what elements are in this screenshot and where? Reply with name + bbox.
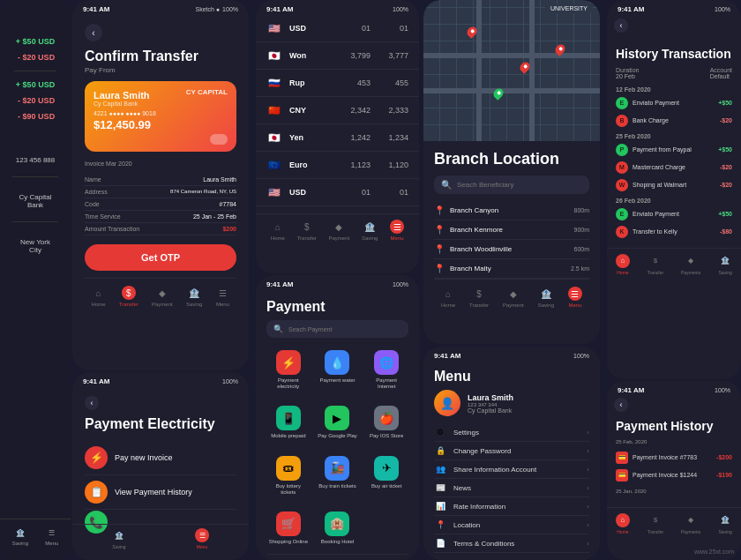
bnav-payment[interactable]: ◆ Payment <box>152 286 173 307</box>
flag-usa1: 🇺🇸 <box>266 20 282 36</box>
saving-icon-3: 🏦 <box>363 220 377 234</box>
detail-name: Name Laura Smith <box>85 174 236 186</box>
pay-hist-nav-saving[interactable]: 🏦 Saving <box>718 513 732 534</box>
menu-item-password[interactable]: 🔒 Change Password › <box>434 442 589 460</box>
tx-icon-2: B <box>616 115 628 127</box>
card-logo: CY CAPITAL <box>186 88 228 96</box>
menu-item-terms[interactable]: 📄 Terms & Conditions › <box>434 534 589 553</box>
currency-row-euro[interactable]: 🇪🇺 Euro 1,123 1,120 <box>256 152 419 179</box>
pay-hist-back-btn[interactable]: ‹ <box>614 398 628 412</box>
elec-back-btn[interactable]: ‹ <box>85 396 99 410</box>
pin-icon-3: 📍 <box>434 244 445 254</box>
nav-saving[interactable]: 🏦 Saving <box>12 526 28 546</box>
branch-nav-transfer[interactable]: $ Transfer <box>469 287 489 308</box>
menu-item-settings[interactable]: ⚙ Settings › <box>434 423 589 442</box>
branch-search-input[interactable]: Seach Beneficiary <box>457 181 582 189</box>
currency-nav-transfer[interactable]: $ Transfer <box>297 220 317 241</box>
menu-icon-3: ☰ <box>390 220 404 234</box>
payment-item-hotel[interactable]: 🏨 Booking Hotel <box>316 506 360 550</box>
lock-icon: 🔒 <box>434 446 446 455</box>
otp-button[interactable]: Get OTP <box>85 244 236 271</box>
currency-row-rup[interactable]: 🇷🇺 Rup 453 455 <box>256 70 419 97</box>
menu-item-rate[interactable]: 📊 Rate Information › <box>434 497 589 516</box>
bnav-transfer[interactable]: $ Transfer <box>119 286 138 307</box>
payment-item-train[interactable]: 🚂 Buy train tickets <box>316 451 360 501</box>
branch-item-woodlinville[interactable]: 📍 Branch Woodlinville 600m <box>434 240 589 259</box>
hist-nav-transfer[interactable]: $ Transfer <box>647 254 663 275</box>
payment-item-mobile[interactable]: 📱 Mobile prepaid <box>266 400 311 444</box>
hist-nav-payments[interactable]: ◆ Payments <box>681 254 700 275</box>
tx-icon-6: E <box>616 208 628 220</box>
payment-item-water[interactable]: 💧 Payment water <box>316 345 360 395</box>
tx-kelly: K Transfer to Kelly -$80 <box>616 223 732 241</box>
savings-entry-3: + $50 USD <box>9 77 62 93</box>
elec-nav-saving[interactable]: 🏦 Saving <box>112 528 126 549</box>
menu-icon-6: ☰ <box>195 528 209 542</box>
menu-item-location[interactable]: 📍 Location › <box>434 516 589 534</box>
currency-nav-saving[interactable]: 🏦 Saving <box>362 220 378 241</box>
invoice-label: Invoice Mar 2020 <box>85 161 236 167</box>
elec-title: Payment Electricity <box>85 415 236 432</box>
branch-nav-menu[interactable]: ☰ Menu <box>568 287 582 308</box>
currency-row-usd2[interactable]: 🇺🇸 USD 01 01 <box>256 179 419 206</box>
home-icon: ⌂ <box>92 286 106 300</box>
elec-item-new-invoice[interactable]: ⚡ Pay new Invoice <box>85 441 236 475</box>
payment-item-google-play[interactable]: ▶ Pay Google Play <box>316 400 360 444</box>
payment-item-ios[interactable]: 🍎 Pay IOS Store <box>364 400 408 444</box>
pay-hist-nav-transfer[interactable]: $ Transfer <box>647 513 663 534</box>
home-icon-5: ⌂ <box>616 254 630 268</box>
currency-nav-payment[interactable]: ◆ Payment <box>329 220 350 241</box>
tx-bank-charge: B Bank Charge -$20 <box>616 112 732 130</box>
google-play-icon: ▶ <box>325 406 349 430</box>
currency-nav-home[interactable]: ⌂ Home <box>271 220 285 241</box>
payment-item-shopping[interactable]: 🛒 Shopping Online <box>266 506 311 550</box>
pay-hist-nav-home[interactable]: ⌂ Home <box>616 513 630 534</box>
pay-hist-item-2[interactable]: 💳 Payment Invoice $1244 -$190 <box>616 467 732 484</box>
branch-search-bar[interactable]: 🔍 Seach Beneficiary <box>434 175 589 194</box>
pay-from-label: Pay From <box>85 66 236 74</box>
branch-nav-payment[interactable]: ◆ Payment <box>503 287 524 308</box>
currency-row-usd1[interactable]: 🇺🇸 USD 01 01 <box>256 15 419 42</box>
elec-nav-menu[interactable]: ☰ Menu <box>195 528 209 549</box>
pay-hist-icon-1: 💳 <box>616 452 628 464</box>
home-icon-3: ⌂ <box>271 220 285 234</box>
bnav-saving[interactable]: 🏦 Saving <box>186 286 202 307</box>
menu-item-news[interactable]: 📰 News › <box>434 479 589 497</box>
payment-item-air[interactable]: ✈ Buy air ticket <box>364 451 408 501</box>
saving-icon-4: 🏦 <box>539 287 553 301</box>
branch-nav-saving[interactable]: 🏦 Saving <box>538 287 554 308</box>
payment-search-input[interactable]: Seach Payment <box>288 326 332 332</box>
payment-item-electricity[interactable]: ⚡ Payment electricity <box>266 345 311 395</box>
payment-item-internet[interactable]: 🌐 Payment Internet <box>364 345 408 395</box>
ios-icon: 🍎 <box>374 406 399 430</box>
nav-menu[interactable]: ☰ Menu <box>45 526 58 546</box>
flag-euro: 🇪🇺 <box>266 157 282 173</box>
back-button[interactable]: ‹ <box>85 24 102 41</box>
history-transaction-panel: 9:41 AM 100% ‹ History Transaction Durat… <box>607 0 741 379</box>
payment-electricity-panel: 9:41 AM 100% ‹ Payment Electricity ⚡ Pay… <box>72 372 249 560</box>
currency-row-won[interactable]: 🇯🇵 Won 3,799 3,777 <box>256 42 419 70</box>
bnav-menu[interactable]: ☰ Menu <box>215 286 229 307</box>
news-icon: 📰 <box>434 483 446 492</box>
currency-row-cny[interactable]: 🇨🇳 CNY 2,342 2,333 <box>256 97 419 124</box>
menu-item-share[interactable]: 👥 Share Information Account › <box>434 460 589 479</box>
pay-hist-item-1[interactable]: 💳 Payment Invoice #7783 -$200 <box>616 449 732 467</box>
hist-nav-home[interactable]: ⌂ Home <box>616 254 630 275</box>
savings-entry-2: - $20 USD <box>9 49 62 65</box>
pay-hist-nav-payments[interactable]: ◆ Payments <box>681 513 700 534</box>
elec-item-payment-history[interactable]: 📋 View Payment History <box>85 475 236 510</box>
branch-item-canyon[interactable]: 📍 Branch Canyon 800m <box>434 201 589 220</box>
currency-row-yen[interactable]: 🇯🇵 Yen 1,242 1,234 <box>256 124 419 152</box>
branch-item-malty[interactable]: 📍 Branch Malty 2.5 km <box>434 259 589 279</box>
currency-nav-menu[interactable]: ☰ Menu <box>390 220 404 241</box>
lottery-icon: 🎟 <box>276 456 301 481</box>
branch-item-kenmore[interactable]: 📍 Branch Kenmore 900m <box>434 220 589 240</box>
payment-item-lottery[interactable]: 🎟 Buy lottery tickets <box>266 451 311 501</box>
payment-search-bar[interactable]: 🔍 Seach Payment <box>266 320 408 338</box>
bnav-home[interactable]: ⌂ Home <box>92 286 106 307</box>
hist-nav-saving[interactable]: 🏦 Saving <box>718 254 732 275</box>
branch-nav-home[interactable]: ⌂ Home <box>441 287 455 308</box>
history-back-btn[interactable]: ‹ <box>614 19 628 33</box>
pin-icon-2: 📍 <box>434 225 445 235</box>
menu-panel: 9:41 AM 100% Menu 👤 Laura Smith 123 347 … <box>423 347 600 560</box>
